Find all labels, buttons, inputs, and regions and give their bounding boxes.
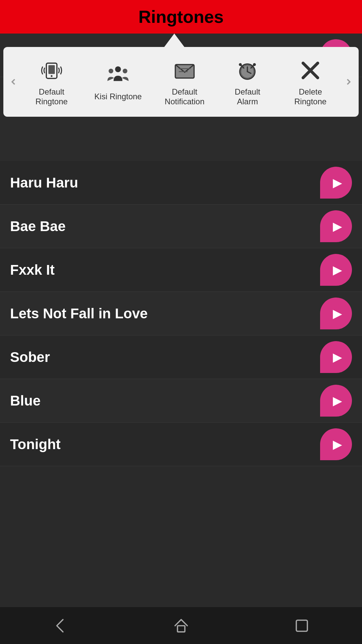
svg-point-2 [51,75,52,77]
svg-point-5 [123,69,127,73]
svg-rect-19 [177,626,185,632]
recents-button[interactable] [288,615,315,636]
context-menu-label-delete-ringtone: DeleteRingtone [294,87,326,107]
list-item[interactable]: Sober ▶ [0,335,362,379]
play-button[interactable]: ▶ [320,341,352,373]
ringtone-name: Sober [10,349,50,365]
navigation-bar [0,607,362,644]
list-item[interactable]: Bae Bae ▶ [0,205,362,248]
svg-rect-20 [296,620,307,631]
phone-vibrate-icon [38,57,65,84]
app-header: Ringtones [0,0,362,34]
play-button[interactable]: ▶ [320,385,352,417]
play-button[interactable]: ▶ [320,254,352,286]
play-button[interactable]: ▶ [320,428,352,460]
play-button[interactable]: ▶ [320,167,352,199]
context-menu-arrow [164,34,184,47]
play-icon: ▶ [333,437,342,451]
context-menu-item-default-ringtone[interactable]: DefaultRingtone [26,54,77,110]
list-item[interactable]: Haru Haru ▶ [0,161,362,205]
scroll-left-indicator[interactable] [7,73,20,90]
play-icon: ▶ [333,394,342,408]
context-menu-overlay: DefaultRingtone Kisi Ringtone [0,34,362,117]
play-button[interactable]: ▶ [320,210,352,242]
close-x-icon [297,57,324,84]
list-item[interactable]: Tonight ▶ [0,423,362,466]
context-menu: DefaultRingtone Kisi Ringtone [3,47,359,117]
list-item[interactable]: Blue ▶ [0,379,362,423]
ringtone-name: Fxxk It [10,262,55,278]
context-menu-item-default-notification[interactable]: DefaultNotification [160,54,210,110]
ringtone-name: Bae Bae [10,218,66,234]
person-group-icon [105,62,131,89]
play-button[interactable]: ▶ [320,298,352,329]
list-item[interactable]: Lets Not Fall in Love ▶ [0,292,362,335]
scroll-right-indicator[interactable] [342,73,355,90]
envelope-message-icon [171,57,198,84]
context-menu-items: DefaultRingtone Kisi Ringtone [20,54,342,110]
context-menu-label-kisi-ringtone: Kisi Ringtone [95,92,142,102]
svg-rect-1 [48,65,55,74]
back-button[interactable] [47,615,74,636]
ringtone-name: Haru Haru [10,175,78,191]
context-menu-label-default-alarm: DefaultAlarm [235,87,260,107]
svg-point-4 [109,69,113,73]
alarm-clock-icon [234,57,261,84]
play-icon: ▶ [333,176,342,190]
context-menu-item-kisi-ringtone[interactable]: Kisi Ringtone [89,58,147,105]
svg-point-15 [239,63,242,66]
play-icon: ▶ [333,263,342,277]
context-menu-label-default-ringtone: DefaultRingtone [36,87,68,107]
svg-point-3 [115,66,121,72]
list-item[interactable]: Fxxk It ▶ [0,248,362,292]
context-menu-item-default-alarm[interactable]: DefaultAlarm [222,54,273,110]
context-menu-label-default-notification: DefaultNotification [165,87,204,107]
ringtone-name: Lets Not Fall in Love [10,306,148,322]
home-button[interactable] [168,615,194,636]
svg-point-16 [253,63,256,66]
ringtone-name: Blue [10,393,41,409]
play-icon: ▶ [333,307,342,321]
ringtone-name: Tonight [10,436,61,452]
page-title: Ringtones [138,7,224,27]
context-menu-item-delete-ringtone[interactable]: DeleteRingtone [285,54,336,110]
play-icon: ▶ [333,219,342,233]
play-icon: ▶ [333,350,342,364]
